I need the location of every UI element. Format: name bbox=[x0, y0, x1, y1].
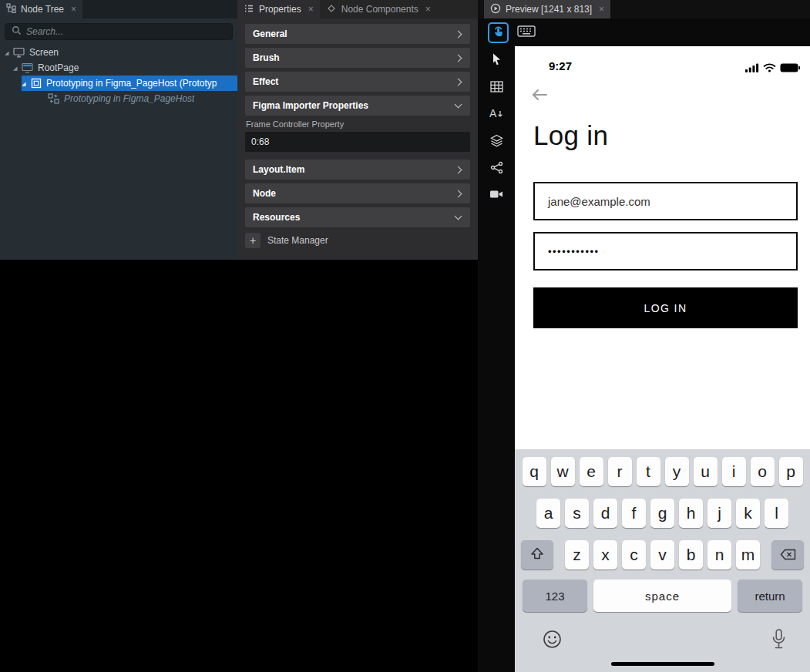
close-icon[interactable]: × bbox=[599, 4, 604, 15]
email-field[interactable]: jane@example.com bbox=[533, 182, 798, 220]
key-o[interactable]: o bbox=[751, 457, 775, 486]
add-state-manager-button[interactable]: + bbox=[245, 233, 260, 248]
tab-properties[interactable]: Properties × bbox=[237, 0, 320, 18]
section-effect[interactable]: Effect bbox=[245, 72, 470, 92]
table-tool-button[interactable] bbox=[489, 81, 504, 95]
dictation-button[interactable] bbox=[772, 629, 785, 652]
key-w[interactable]: w bbox=[551, 457, 575, 486]
login-button[interactable]: LOG IN bbox=[533, 287, 798, 328]
layers-tool-button[interactable] bbox=[489, 135, 504, 149]
backspace-key[interactable] bbox=[771, 540, 804, 570]
play-icon bbox=[490, 3, 501, 16]
section-node[interactable]: Node bbox=[245, 183, 470, 203]
tab-node-components[interactable]: Node Components × bbox=[320, 0, 437, 18]
page-icon bbox=[22, 62, 33, 74]
key-y[interactable]: y bbox=[665, 457, 689, 486]
return-key[interactable]: return bbox=[738, 580, 802, 612]
key-m[interactable]: m bbox=[736, 540, 760, 570]
key-z[interactable]: z bbox=[565, 540, 589, 570]
password-field[interactable]: ••••••••••• bbox=[533, 232, 798, 270]
battery-icon bbox=[780, 62, 800, 76]
keyboard-row-1: q w e r t y u i o p bbox=[515, 457, 810, 486]
font-tool-button[interactable]: A bbox=[489, 108, 504, 122]
cellular-signal-icon bbox=[745, 62, 759, 76]
key-b[interactable]: b bbox=[679, 540, 703, 570]
close-icon[interactable]: × bbox=[71, 4, 76, 15]
expander-icon[interactable]: ◢ bbox=[5, 50, 13, 55]
back-button[interactable] bbox=[530, 88, 549, 105]
key-u[interactable]: u bbox=[694, 457, 718, 486]
key-e[interactable]: e bbox=[580, 457, 603, 486]
key-s[interactable]: s bbox=[565, 499, 589, 528]
components-icon bbox=[326, 3, 337, 16]
key-l[interactable]: l bbox=[765, 499, 788, 528]
touch-mode-button[interactable] bbox=[488, 22, 509, 43]
tree-item-label: Screen bbox=[29, 47, 59, 58]
section-label: Brush bbox=[253, 52, 280, 63]
microphone-icon bbox=[772, 638, 785, 651]
shift-key[interactable] bbox=[521, 540, 553, 570]
key-c[interactable]: c bbox=[622, 540, 646, 570]
status-time: 9:27 bbox=[549, 59, 572, 72]
key-t[interactable]: t bbox=[637, 457, 660, 486]
camera-tool-button[interactable] bbox=[489, 189, 504, 203]
key-g[interactable]: g bbox=[650, 499, 674, 528]
key-x[interactable]: x bbox=[593, 540, 617, 570]
section-figma-importer[interactable]: Figma Importer Properties bbox=[245, 96, 470, 116]
close-icon[interactable]: × bbox=[425, 4, 431, 15]
state-manager-label: State Manager bbox=[267, 235, 328, 246]
tree-item-rootpage[interactable]: ◢ RootPage bbox=[0, 60, 237, 76]
key-n[interactable]: n bbox=[707, 540, 731, 570]
tree-item-screen[interactable]: ◢ Screen bbox=[0, 45, 237, 60]
section-layout-item[interactable]: Layout.Item bbox=[245, 160, 470, 180]
key-h[interactable]: h bbox=[679, 499, 703, 528]
emoji-keyboard-button[interactable] bbox=[543, 630, 562, 652]
key-r[interactable]: r bbox=[608, 457, 632, 486]
tab-label: Node Components bbox=[341, 4, 418, 15]
key-p[interactable]: p bbox=[779, 457, 803, 486]
space-key[interactable]: space bbox=[593, 580, 731, 612]
search-input[interactable] bbox=[26, 26, 226, 37]
numbers-key[interactable]: 123 bbox=[523, 580, 587, 612]
keyboard-row-3: z x c v b n m bbox=[515, 540, 810, 570]
frame-controller-label: Frame Controller Property bbox=[246, 119, 470, 129]
tab-preview[interactable]: Preview [1241 x 813] × bbox=[484, 0, 610, 18]
preview-toolbar bbox=[478, 18, 810, 46]
key-f[interactable]: f bbox=[622, 499, 646, 528]
key-i[interactable]: i bbox=[722, 457, 746, 486]
section-label: Effect bbox=[253, 76, 278, 87]
tree-item-prototyping-instance[interactable]: Prototyping in Figma_PageHost bbox=[0, 91, 237, 106]
section-label: Resources bbox=[253, 212, 300, 223]
key-q[interactable]: q bbox=[523, 457, 546, 486]
screen-icon bbox=[13, 47, 25, 59]
section-resources[interactable]: Resources bbox=[245, 207, 470, 227]
search-icon bbox=[12, 25, 22, 39]
node-tree: ◢ Screen ◢ RootPage ◢ Pr bbox=[0, 45, 237, 106]
page-title: Log in bbox=[533, 120, 608, 151]
search-box[interactable] bbox=[5, 23, 233, 40]
section-brush[interactable]: Brush bbox=[245, 48, 470, 68]
expander-icon[interactable]: ◢ bbox=[22, 81, 30, 86]
key-j[interactable]: j bbox=[707, 499, 731, 528]
tab-node-tree[interactable]: Node Tree × bbox=[0, 0, 82, 18]
key-a[interactable]: a bbox=[536, 499, 560, 528]
key-k[interactable]: k bbox=[736, 499, 760, 528]
tree-item-label: Prototyping in Figma_PageHost bbox=[64, 93, 194, 104]
home-indicator[interactable] bbox=[611, 662, 714, 666]
flow-icon bbox=[490, 161, 503, 177]
properties-panel: General Brush Effect Figma Importer Prop… bbox=[237, 18, 478, 260]
chevron-right-icon bbox=[455, 190, 462, 197]
expander-icon[interactable]: ◢ bbox=[13, 66, 22, 71]
keyboard-toggle-button[interactable] bbox=[517, 25, 536, 41]
preview-phone-screen: 9:27 Log in jane@example.com •••••••••••… bbox=[515, 46, 810, 672]
key-v[interactable]: v bbox=[650, 540, 674, 570]
select-tool-button[interactable] bbox=[489, 54, 504, 68]
table-icon bbox=[490, 81, 503, 96]
close-icon[interactable]: × bbox=[308, 4, 314, 15]
tree-item-prototyping-frame[interactable]: ◢ Prototyping in Figma_PageHost (Prototy… bbox=[0, 76, 237, 91]
keyboard-icon bbox=[517, 25, 536, 41]
section-general[interactable]: General bbox=[245, 24, 470, 44]
flow-tool-button[interactable] bbox=[489, 162, 504, 176]
frame-controller-input[interactable]: 0:68 bbox=[245, 132, 470, 152]
key-d[interactable]: d bbox=[593, 499, 617, 528]
